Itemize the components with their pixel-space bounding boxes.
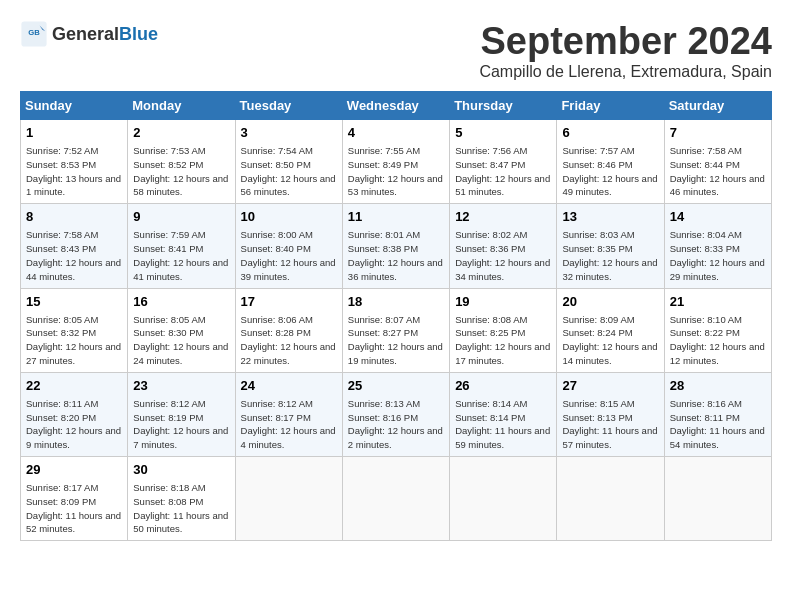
calendar-cell: 13Sunrise: 8:03 AMSunset: 8:35 PMDayligh… <box>557 204 664 288</box>
col-saturday: Saturday <box>664 92 771 120</box>
day-number: 16 <box>133 293 229 311</box>
day-info: Sunrise: 7:53 AMSunset: 8:52 PMDaylight:… <box>133 144 229 199</box>
calendar-cell <box>557 457 664 541</box>
logo-blue: Blue <box>119 24 158 44</box>
calendar-cell: 27Sunrise: 8:15 AMSunset: 8:13 PMDayligh… <box>557 372 664 456</box>
day-info: Sunrise: 8:12 AMSunset: 8:19 PMDaylight:… <box>133 397 229 452</box>
logo-general: General <box>52 24 119 44</box>
day-number: 21 <box>670 293 766 311</box>
calendar-cell: 22Sunrise: 8:11 AMSunset: 8:20 PMDayligh… <box>21 372 128 456</box>
day-number: 13 <box>562 208 658 226</box>
calendar-week-row: 1Sunrise: 7:52 AMSunset: 8:53 PMDaylight… <box>21 120 772 204</box>
calendar-cell: 12Sunrise: 8:02 AMSunset: 8:36 PMDayligh… <box>450 204 557 288</box>
calendar-cell <box>342 457 449 541</box>
day-number: 7 <box>670 124 766 142</box>
day-number: 14 <box>670 208 766 226</box>
day-number: 2 <box>133 124 229 142</box>
day-number: 15 <box>26 293 122 311</box>
day-info: Sunrise: 8:15 AMSunset: 8:13 PMDaylight:… <box>562 397 658 452</box>
calendar-cell: 17Sunrise: 8:06 AMSunset: 8:28 PMDayligh… <box>235 288 342 372</box>
day-info: Sunrise: 7:54 AMSunset: 8:50 PMDaylight:… <box>241 144 337 199</box>
calendar-cell: 10Sunrise: 8:00 AMSunset: 8:40 PMDayligh… <box>235 204 342 288</box>
day-number: 25 <box>348 377 444 395</box>
day-info: Sunrise: 8:16 AMSunset: 8:11 PMDaylight:… <box>670 397 766 452</box>
col-monday: Monday <box>128 92 235 120</box>
calendar-cell: 25Sunrise: 8:13 AMSunset: 8:16 PMDayligh… <box>342 372 449 456</box>
day-info: Sunrise: 7:58 AMSunset: 8:44 PMDaylight:… <box>670 144 766 199</box>
day-number: 9 <box>133 208 229 226</box>
day-info: Sunrise: 7:55 AMSunset: 8:49 PMDaylight:… <box>348 144 444 199</box>
calendar-cell: 3Sunrise: 7:54 AMSunset: 8:50 PMDaylight… <box>235 120 342 204</box>
title-section: September 2024 Campillo de Llerena, Extr… <box>479 20 772 81</box>
calendar-week-row: 29Sunrise: 8:17 AMSunset: 8:09 PMDayligh… <box>21 457 772 541</box>
day-info: Sunrise: 8:00 AMSunset: 8:40 PMDaylight:… <box>241 228 337 283</box>
calendar-cell: 29Sunrise: 8:17 AMSunset: 8:09 PMDayligh… <box>21 457 128 541</box>
day-number: 12 <box>455 208 551 226</box>
logo-text: GeneralBlue <box>52 24 158 45</box>
location-subtitle: Campillo de Llerena, Extremadura, Spain <box>479 63 772 81</box>
day-info: Sunrise: 7:58 AMSunset: 8:43 PMDaylight:… <box>26 228 122 283</box>
calendar-cell: 14Sunrise: 8:04 AMSunset: 8:33 PMDayligh… <box>664 204 771 288</box>
day-number: 24 <box>241 377 337 395</box>
day-info: Sunrise: 8:03 AMSunset: 8:35 PMDaylight:… <box>562 228 658 283</box>
day-number: 1 <box>26 124 122 142</box>
day-info: Sunrise: 8:18 AMSunset: 8:08 PMDaylight:… <box>133 481 229 536</box>
calendar-container: GB GeneralBlue September 2024 Campillo d… <box>20 20 772 541</box>
calendar-cell: 26Sunrise: 8:14 AMSunset: 8:14 PMDayligh… <box>450 372 557 456</box>
calendar-table: Sunday Monday Tuesday Wednesday Thursday… <box>20 91 772 541</box>
calendar-week-row: 22Sunrise: 8:11 AMSunset: 8:20 PMDayligh… <box>21 372 772 456</box>
day-number: 8 <box>26 208 122 226</box>
day-info: Sunrise: 8:02 AMSunset: 8:36 PMDaylight:… <box>455 228 551 283</box>
col-wednesday: Wednesday <box>342 92 449 120</box>
day-info: Sunrise: 8:09 AMSunset: 8:24 PMDaylight:… <box>562 313 658 368</box>
day-info: Sunrise: 8:05 AMSunset: 8:30 PMDaylight:… <box>133 313 229 368</box>
calendar-cell: 2Sunrise: 7:53 AMSunset: 8:52 PMDaylight… <box>128 120 235 204</box>
calendar-cell: 24Sunrise: 8:12 AMSunset: 8:17 PMDayligh… <box>235 372 342 456</box>
calendar-cell <box>664 457 771 541</box>
logo: GB GeneralBlue <box>20 20 158 48</box>
calendar-cell: 6Sunrise: 7:57 AMSunset: 8:46 PMDaylight… <box>557 120 664 204</box>
day-number: 3 <box>241 124 337 142</box>
day-info: Sunrise: 8:04 AMSunset: 8:33 PMDaylight:… <box>670 228 766 283</box>
day-number: 23 <box>133 377 229 395</box>
day-info: Sunrise: 8:10 AMSunset: 8:22 PMDaylight:… <box>670 313 766 368</box>
day-info: Sunrise: 8:17 AMSunset: 8:09 PMDaylight:… <box>26 481 122 536</box>
calendar-cell: 21Sunrise: 8:10 AMSunset: 8:22 PMDayligh… <box>664 288 771 372</box>
calendar-cell: 30Sunrise: 8:18 AMSunset: 8:08 PMDayligh… <box>128 457 235 541</box>
day-number: 17 <box>241 293 337 311</box>
day-number: 26 <box>455 377 551 395</box>
calendar-cell: 19Sunrise: 8:08 AMSunset: 8:25 PMDayligh… <box>450 288 557 372</box>
day-info: Sunrise: 8:11 AMSunset: 8:20 PMDaylight:… <box>26 397 122 452</box>
calendar-cell: 16Sunrise: 8:05 AMSunset: 8:30 PMDayligh… <box>128 288 235 372</box>
day-number: 29 <box>26 461 122 479</box>
day-number: 22 <box>26 377 122 395</box>
day-number: 10 <box>241 208 337 226</box>
calendar-cell: 23Sunrise: 8:12 AMSunset: 8:19 PMDayligh… <box>128 372 235 456</box>
day-number: 28 <box>670 377 766 395</box>
day-number: 27 <box>562 377 658 395</box>
col-friday: Friday <box>557 92 664 120</box>
svg-text:GB: GB <box>28 28 40 37</box>
calendar-week-row: 15Sunrise: 8:05 AMSunset: 8:32 PMDayligh… <box>21 288 772 372</box>
day-info: Sunrise: 8:08 AMSunset: 8:25 PMDaylight:… <box>455 313 551 368</box>
day-info: Sunrise: 7:52 AMSunset: 8:53 PMDaylight:… <box>26 144 122 199</box>
calendar-cell: 18Sunrise: 8:07 AMSunset: 8:27 PMDayligh… <box>342 288 449 372</box>
day-info: Sunrise: 7:57 AMSunset: 8:46 PMDaylight:… <box>562 144 658 199</box>
logo-icon: GB <box>20 20 48 48</box>
calendar-week-row: 8Sunrise: 7:58 AMSunset: 8:43 PMDaylight… <box>21 204 772 288</box>
day-number: 18 <box>348 293 444 311</box>
day-number: 30 <box>133 461 229 479</box>
header: GB GeneralBlue September 2024 Campillo d… <box>20 20 772 81</box>
weekday-header-row: Sunday Monday Tuesday Wednesday Thursday… <box>21 92 772 120</box>
calendar-cell: 5Sunrise: 7:56 AMSunset: 8:47 PMDaylight… <box>450 120 557 204</box>
day-number: 19 <box>455 293 551 311</box>
calendar-cell <box>235 457 342 541</box>
calendar-cell: 11Sunrise: 8:01 AMSunset: 8:38 PMDayligh… <box>342 204 449 288</box>
calendar-cell: 7Sunrise: 7:58 AMSunset: 8:44 PMDaylight… <box>664 120 771 204</box>
day-number: 20 <box>562 293 658 311</box>
day-info: Sunrise: 8:05 AMSunset: 8:32 PMDaylight:… <box>26 313 122 368</box>
col-sunday: Sunday <box>21 92 128 120</box>
day-info: Sunrise: 7:56 AMSunset: 8:47 PMDaylight:… <box>455 144 551 199</box>
col-thursday: Thursday <box>450 92 557 120</box>
day-number: 4 <box>348 124 444 142</box>
